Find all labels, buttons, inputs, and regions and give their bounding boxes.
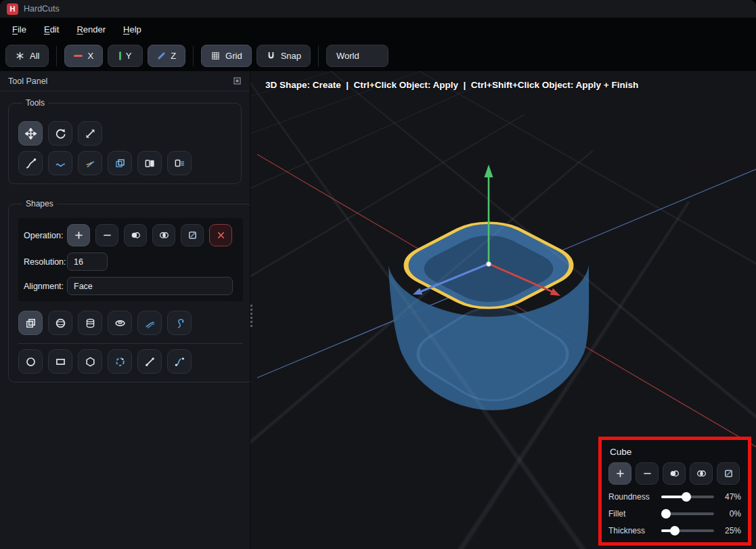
toolbar-separator [56,46,57,66]
alignment-input[interactable] [67,277,233,295]
thickness-slider[interactable] [661,529,714,532]
snap-toggle-button[interactable]: Snap [257,45,311,67]
axis-x-button[interactable]: X [64,45,103,67]
menu-help[interactable]: Help [123,24,141,35]
mirror-tool-button[interactable] [137,151,162,175]
world-space-selector[interactable]: World [326,45,388,67]
menu-render[interactable]: Render [76,24,106,35]
shape-revolve-button[interactable] [167,311,192,335]
cube-op-slice-button[interactable] [717,462,740,485]
app-window: H HardCuts File Edit Render Help All X Y… [0,0,756,549]
move-icon [25,128,37,139]
array-tool-button[interactable] [167,151,192,175]
shape-settings-form: Operation: Resolution: Alignment: [18,218,243,301]
cube-op-union-button[interactable] [663,462,686,485]
menu-file[interactable]: File [12,24,26,35]
main-toolbar: All X Y Z Grid Snap World [0,41,756,71]
alignment-label: Alignment: [24,282,67,291]
axis-z-button[interactable]: Z [148,45,185,67]
resolution-label: Resolution: [24,257,67,267]
shape-rectangle-button[interactable] [48,349,72,374]
axis-z-icon [158,52,165,60]
grid-toggle-button[interactable]: Grid [201,45,252,67]
draw-curve-tool-button[interactable] [18,151,43,175]
cube-options-panel: Cube Roundness 47% Fillet 0% [598,437,751,546]
resolution-input[interactable] [67,252,108,271]
cube-op-intersect-button[interactable] [690,462,713,485]
gizmo-y-arrowhead [485,164,493,177]
shape-curve-button[interactable] [167,349,192,374]
shape-line-button[interactable] [137,349,162,374]
axes-all-button[interactable]: All [5,45,49,67]
add-icon [615,468,625,479]
menu-bar: File Edit Render Help [0,18,756,41]
thickness-slider-thumb[interactable] [670,526,680,535]
tools-section: Tools [8,98,242,184]
shapes-divider [18,343,243,344]
subtract-icon [642,468,652,479]
gizmo-origin-handle[interactable] [486,261,491,266]
add-icon [74,230,84,240]
viewport-3d[interactable]: 3D Shape: Create | Ctrl+Click Object: Ap… [250,71,756,549]
panel-resize-handle[interactable] [250,305,252,327]
intersect-icon [159,230,169,240]
roundness-slider-thumb[interactable] [682,492,691,502]
fillet-slider-thumb[interactable] [661,509,671,519]
line-icon [144,356,156,368]
shape-spin-button[interactable] [108,349,132,374]
menu-edit[interactable]: Edit [44,24,59,35]
shape-cube-button[interactable] [18,311,43,335]
shape-torus-button[interactable] [108,311,132,335]
cube-op-subtract-button[interactable] [636,462,659,485]
fillet-label: Fillet [608,509,657,519]
edit-curve-tool-button[interactable] [78,151,102,175]
tools-legend: Tools [22,98,48,108]
rotate-icon [55,128,66,139]
slice-icon [187,230,198,240]
panel-float-button[interactable] [231,75,243,87]
gizmo-x-arrowhead [550,288,561,296]
shape-sphere-button[interactable] [48,311,72,335]
scale-tool-button[interactable] [78,121,102,146]
axis-x-icon [74,55,83,57]
draw-curve-icon [25,158,37,169]
rectangle-icon [55,356,66,368]
operation-delete-button[interactable] [209,224,232,246]
axis-y-button[interactable]: Y [108,45,143,67]
revolve-icon [174,317,185,329]
smooth-curve-tool-button[interactable] [48,151,72,175]
curve-icon [174,356,185,368]
array-icon [174,158,185,169]
circle-icon [25,356,37,368]
roundness-value: 47% [718,492,741,502]
tool-panel-header: Tool Panel [0,71,250,91]
axes-all-icon [15,51,25,61]
shape-extrude-button[interactable] [137,311,162,335]
fillet-slider[interactable] [661,512,714,515]
cube-op-add-button[interactable] [608,462,631,485]
cage-deform-tool-button[interactable] [108,151,132,175]
toolbar-separator [193,46,194,66]
torus-icon [114,317,126,329]
roundness-label: Roundness [608,492,657,502]
cube-icon [25,317,37,329]
shape-cylinder-button[interactable] [78,311,102,335]
move-tool-button[interactable] [18,121,43,146]
roundness-slider[interactable] [661,496,714,498]
slice-icon [724,468,734,479]
shape-hexagon-button[interactable] [78,349,102,374]
smooth-curve-icon [55,158,66,169]
snap-icon [266,51,276,61]
operation-label: Operation: [24,231,67,240]
shape-circle-button[interactable] [18,349,43,374]
operation-add-button[interactable] [67,224,90,246]
rotate-tool-button[interactable] [48,121,72,146]
cage-deform-icon [114,158,126,169]
scale-icon [85,128,96,139]
operation-union-button[interactable] [124,224,147,246]
operation-subtract-button[interactable] [95,224,118,246]
tool-panel: Tool Panel Tools [0,71,250,549]
operation-slice-button[interactable] [181,224,204,246]
operation-intersect-button[interactable] [152,224,175,246]
thickness-value: 25% [718,526,741,535]
